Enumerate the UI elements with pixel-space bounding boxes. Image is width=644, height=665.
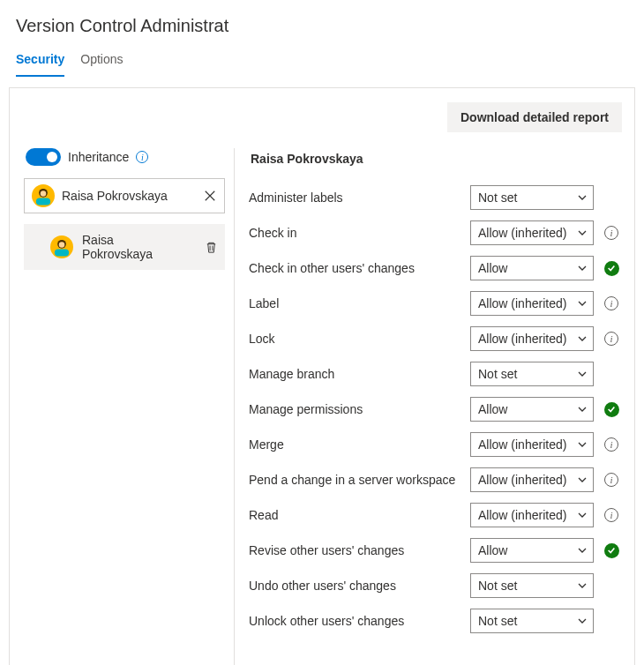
- permission-row: ReadAllow (inherited)i: [249, 503, 622, 527]
- info-icon[interactable]: i: [136, 151, 148, 163]
- permission-select[interactable]: Allow (inherited): [470, 220, 594, 245]
- permission-row: Unlock other users' changesNot set: [249, 609, 622, 633]
- chevron-down-icon: [577, 192, 588, 203]
- permission-row: LockAllow (inherited)i: [249, 326, 622, 351]
- permission-row: Check inAllow (inherited)i: [249, 220, 622, 245]
- permission-select[interactable]: Not set: [470, 185, 594, 210]
- permission-label: Manage branch: [249, 367, 470, 381]
- permission-select-value: Allow (inherited): [478, 437, 566, 452]
- user-search-card[interactable]: Raisa Pokrovskaya: [24, 178, 225, 213]
- permission-label: Administer labels: [249, 191, 470, 205]
- inheritance-row: Inheritance i: [24, 148, 225, 166]
- permission-select-value: Not set: [478, 191, 517, 205]
- chevron-down-icon: [577, 404, 588, 415]
- chevron-down-icon: [577, 369, 588, 379]
- permission-label: Unlock other users' changes: [249, 614, 470, 628]
- permission-select[interactable]: Not set: [470, 573, 594, 598]
- trash-icon[interactable]: [204, 240, 218, 254]
- inheritance-label: Inheritance: [68, 150, 129, 164]
- permission-select[interactable]: Allow: [470, 538, 594, 563]
- permission-select-value: Not set: [478, 579, 517, 593]
- permission-status: [601, 261, 622, 276]
- permission-row: Revise other users' changesAllow: [249, 538, 622, 563]
- svg-point-7: [59, 242, 65, 248]
- permission-select[interactable]: Allow (inherited): [470, 467, 594, 492]
- permission-label: Label: [249, 296, 470, 310]
- permission-label: Undo other users' changes: [249, 579, 470, 593]
- svg-point-3: [41, 191, 47, 197]
- permission-select[interactable]: Allow: [470, 397, 594, 422]
- security-panel: Download detailed report Inheritance i R…: [9, 87, 635, 665]
- chevron-down-icon: [577, 263, 588, 273]
- info-icon[interactable]: i: [604, 437, 618, 452]
- topbar: Download detailed report: [10, 88, 634, 132]
- info-icon[interactable]: i: [604, 508, 618, 522]
- permission-select-value: Allow (inherited): [478, 508, 566, 522]
- permission-select[interactable]: Allow (inherited): [470, 291, 594, 316]
- permission-select-value: Not set: [478, 367, 517, 381]
- permission-status: [601, 402, 622, 417]
- permission-label: Revise other users' changes: [249, 543, 470, 557]
- permission-row: MergeAllow (inherited)i: [249, 432, 622, 457]
- permission-select[interactable]: Allow (inherited): [470, 503, 594, 527]
- permission-select[interactable]: Not set: [470, 609, 594, 633]
- sidebar: Inheritance i Raisa Pokrovskaya Raisa Po…: [10, 148, 235, 665]
- inheritance-toggle[interactable]: [26, 148, 61, 166]
- permission-status: i: [601, 508, 622, 522]
- avatar: [32, 184, 55, 207]
- permission-select[interactable]: Allow (inherited): [470, 326, 594, 351]
- permission-label: Pend a change in a server workspace: [249, 473, 470, 487]
- info-icon[interactable]: i: [604, 332, 618, 346]
- permission-select-value: Allow (inherited): [478, 332, 566, 346]
- permission-select-value: Allow (inherited): [478, 473, 566, 487]
- permission-select-value: Not set: [478, 614, 517, 628]
- chevron-down-icon: [577, 439, 588, 450]
- permission-label: Check in: [249, 226, 470, 240]
- close-icon[interactable]: [203, 189, 217, 203]
- chevron-down-icon: [577, 510, 588, 520]
- content: Inheritance i Raisa Pokrovskaya Raisa Po…: [10, 148, 634, 665]
- permission-label: Read: [249, 508, 470, 522]
- permission-select[interactable]: Allow (inherited): [470, 432, 594, 457]
- user-card-name: Raisa Pokrovskaya: [62, 189, 168, 203]
- chevron-down-icon: [577, 616, 588, 626]
- permission-label: Lock: [249, 332, 470, 346]
- permission-select-value: Allow (inherited): [478, 226, 566, 240]
- permission-row: LabelAllow (inherited)i: [249, 291, 622, 316]
- check-icon: [604, 261, 619, 276]
- permission-row: Pend a change in a server workspaceAllow…: [249, 467, 622, 492]
- permission-select[interactable]: Not set: [470, 362, 594, 386]
- chevron-down-icon: [577, 333, 588, 344]
- permissions-main: Raisa Pokrovskaya Administer labelsNot s…: [235, 148, 634, 665]
- permission-label: Check in other users' changes: [249, 261, 470, 275]
- svg-rect-2: [36, 198, 50, 205]
- chevron-down-icon: [577, 474, 588, 485]
- info-icon[interactable]: i: [604, 473, 618, 487]
- permission-row: Administer labelsNot set: [249, 185, 622, 210]
- permission-select-value: Allow: [478, 402, 507, 416]
- tabs: Security Options: [0, 36, 644, 77]
- info-icon[interactable]: i: [604, 296, 618, 310]
- permission-row: Manage branchNot set: [249, 362, 622, 386]
- chevron-down-icon: [577, 298, 588, 309]
- permission-status: i: [601, 437, 622, 452]
- permission-select-value: Allow: [478, 261, 507, 275]
- tab-options[interactable]: Options: [80, 49, 123, 77]
- permission-status: i: [601, 473, 622, 487]
- tab-security[interactable]: Security: [16, 49, 64, 77]
- permissions-list: Administer labelsNot setCheck inAllow (i…: [249, 185, 622, 633]
- chevron-down-icon: [577, 545, 588, 556]
- permission-row: Check in other users' changesAllow: [249, 256, 622, 280]
- permission-label: Manage permissions: [249, 402, 470, 416]
- permission-status: i: [601, 332, 622, 346]
- download-detailed-report-button[interactable]: Download detailed report: [447, 102, 622, 132]
- user-list-item[interactable]: Raisa Pokrovskaya: [24, 224, 225, 270]
- avatar: [50, 235, 73, 258]
- permission-status: i: [601, 226, 622, 240]
- permission-select[interactable]: Allow: [470, 256, 594, 280]
- selected-user-title: Raisa Pokrovskaya: [251, 152, 622, 166]
- permission-row: Manage permissionsAllow: [249, 397, 622, 422]
- info-icon[interactable]: i: [604, 226, 618, 240]
- page-title: Version Control Administrat: [0, 0, 644, 36]
- permission-label: Merge: [249, 437, 470, 452]
